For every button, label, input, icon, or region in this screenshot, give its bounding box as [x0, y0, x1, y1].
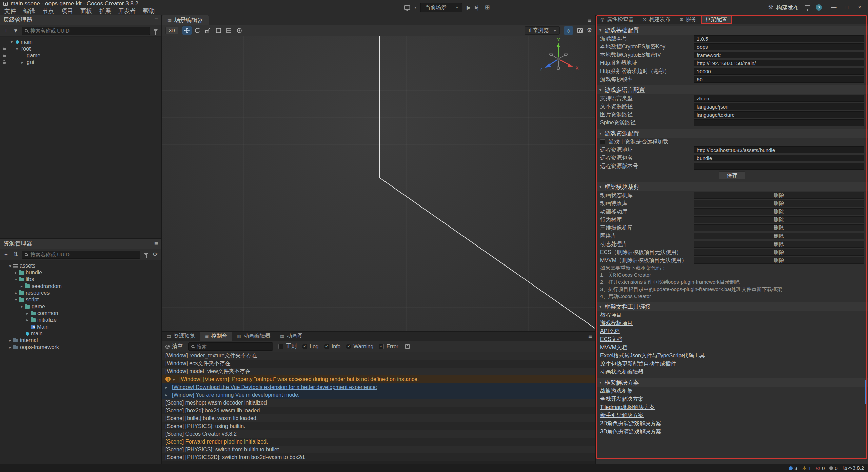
preview-grid-button[interactable]: ⊞	[485, 4, 490, 11]
doc-link[interactable]: 全栈开发解决方案	[600, 396, 644, 403]
scene-light-toggle[interactable]: ☼	[564, 26, 573, 35]
tree-caret-icon[interactable]: ▸	[13, 270, 19, 275]
tree-row[interactable]: ▸initialize	[0, 317, 161, 323]
clear-console-button[interactable]: 清空	[165, 343, 183, 350]
lock-icon[interactable]	[3, 55, 6, 57]
create-node-button[interactable]: +	[3, 27, 9, 35]
status-count-message[interactable]: 3	[789, 465, 797, 471]
doc-link[interactable]: 动画状态机编辑器	[600, 369, 644, 376]
config-input[interactable]	[694, 68, 864, 75]
delete-module-button[interactable]: 删除	[694, 216, 864, 223]
doc-link[interactable]: 战旗游戏框架	[600, 388, 633, 395]
help-icon[interactable]: ?	[816, 4, 822, 11]
doc-link[interactable]: 2D角色扮演游戏解决方案	[600, 420, 661, 427]
inspector-tab[interactable]: ◎属性检查器	[596, 15, 638, 24]
collapse-caret-icon[interactable]: ▾	[599, 87, 601, 92]
console-tab[interactable]: ▤资源预览	[162, 332, 200, 341]
console-filter[interactable]: ✓Info	[324, 343, 341, 350]
device-dropdown-caret-icon[interactable]: ▾	[414, 5, 416, 10]
checkbox-icon[interactable]	[600, 139, 605, 144]
inspector-tab[interactable]: ⚙服务	[675, 15, 701, 24]
menu-item[interactable]: 扩展	[96, 7, 115, 15]
minimize-button[interactable]: —	[827, 0, 840, 15]
tree-caret-icon[interactable]: ▸	[7, 345, 13, 350]
rotate-tool-icon[interactable]	[193, 26, 202, 35]
log-row[interactable]: [Scene] [PHYSICS]: using builtin.	[162, 422, 595, 430]
tree-caret-icon[interactable]: ▸	[7, 338, 13, 343]
tree-row[interactable]: ▾libs	[0, 276, 161, 283]
config-input[interactable]	[694, 103, 864, 110]
doc-link[interactable]: Tiledmap地图解决方案	[600, 404, 655, 411]
sort-assets-icon[interactable]: ⇅	[12, 251, 19, 258]
console-tab[interactable]: ▥动画编辑器	[232, 332, 275, 341]
lock-icon[interactable]	[3, 48, 6, 50]
scrollbar-thumb[interactable]	[865, 380, 867, 404]
section-header[interactable]: ▾游戏多语言配置	[596, 85, 868, 94]
delete-module-button[interactable]: 删除	[694, 257, 864, 264]
section-header[interactable]: ▾框架模块裁剪	[596, 182, 868, 191]
status-count-warning[interactable]: ⚠1	[802, 465, 811, 471]
tree-row[interactable]: ▸seedrandom	[0, 283, 161, 290]
checkbox-icon[interactable]: ✓	[302, 344, 307, 349]
tree-row[interactable]: game	[0, 52, 161, 59]
menu-item[interactable]: 编辑	[20, 7, 39, 15]
play-button[interactable]: ▶	[467, 4, 471, 11]
tree-row[interactable]: ▸bundle	[0, 269, 161, 276]
anchor-tool-icon[interactable]	[224, 26, 234, 35]
log-row[interactable]: [Scene] [box2d]:box2d wasm lib loaded.	[162, 407, 595, 414]
log-row[interactable]: !▸[Window] [Vue warn]: Property "onInput…	[162, 375, 595, 383]
doc-link[interactable]: Excel格式转Json文件与TypeScript代码工具	[600, 352, 705, 359]
console-filter[interactable]: ✓Log	[302, 343, 319, 350]
section-header[interactable]: ▾游戏资源配置	[596, 129, 868, 138]
doc-link[interactable]: 原生包热更新配置自动生成插件	[600, 360, 676, 368]
panel-menu-icon[interactable]: ≡	[154, 17, 158, 23]
log-row[interactable]: [Scene] Cocos Creator v3.8.2	[162, 430, 595, 438]
tree-row[interactable]: ▸common	[0, 310, 161, 317]
camera-preview-icon[interactable]	[577, 28, 583, 33]
menu-item[interactable]: 节点	[39, 7, 58, 15]
hierarchy-search[interactable]	[22, 27, 150, 35]
create-node-caret-icon[interactable]: ▾	[12, 27, 19, 35]
close-button[interactable]: ×	[853, 0, 866, 15]
tree-caret-icon[interactable]: ▸	[25, 318, 30, 322]
tree-caret-icon[interactable]: ▾	[19, 304, 24, 309]
log-row[interactable]: [Scene] meshopt wasm decoder initialized	[162, 399, 595, 407]
doc-link[interactable]: ECS文档	[600, 336, 622, 343]
config-input[interactable]	[694, 155, 864, 161]
log-row[interactable]: [Scene] Forward render pipeline initiali…	[162, 438, 595, 446]
panel-menu-icon[interactable]: ≡	[588, 17, 591, 23]
gear-icon[interactable]: ⚙	[587, 27, 592, 34]
tree-row[interactable]: main	[0, 330, 161, 337]
section-header[interactable]: ▾框架文档工具链接	[596, 302, 868, 311]
tree-caret-icon[interactable]: ▸	[25, 311, 30, 316]
dimension-toggle-button[interactable]: 3D	[165, 27, 178, 34]
tree-row[interactable]: ▸internal	[0, 337, 161, 344]
delete-module-button[interactable]: 删除	[694, 249, 864, 256]
checkbox-icon[interactable]	[278, 344, 283, 349]
expand-arrow-icon[interactable]: ▸	[173, 377, 177, 382]
collapse-caret-icon[interactable]: ▾	[599, 380, 601, 385]
delete-module-button[interactable]: 删除	[694, 241, 864, 248]
assets-search[interactable]	[22, 251, 140, 259]
assets-search-input[interactable]	[30, 252, 137, 257]
filter-icon[interactable]	[144, 253, 148, 256]
doc-link[interactable]: 教程项目	[600, 312, 622, 319]
inspector-tab[interactable]: ⚒构建发布	[638, 15, 675, 24]
console-tab[interactable]: ▦动画图	[275, 332, 308, 341]
remote-load-checkbox-row[interactable]: 游戏中资源是否远程加载	[596, 138, 868, 146]
expand-arrow-icon[interactable]: ▸	[165, 393, 170, 397]
log-row[interactable]: [Scene] [PHYSICS]: switch from builtin t…	[162, 446, 595, 453]
checkbox-icon[interactable]: ✓	[324, 344, 329, 349]
console-search-input[interactable]	[197, 343, 270, 349]
tree-caret-icon[interactable]: ▾	[7, 263, 13, 268]
tree-caret-icon[interactable]: ▾	[14, 46, 20, 51]
config-input[interactable]	[694, 163, 864, 170]
delete-module-button[interactable]: 删除	[694, 233, 864, 239]
delete-module-button[interactable]: 删除	[694, 192, 864, 199]
tree-row[interactable]: ▾assets	[0, 262, 161, 269]
tree-row[interactable]: ▾root	[0, 45, 161, 52]
save-button[interactable]: 保存	[719, 171, 745, 179]
create-asset-button[interactable]: +	[3, 251, 9, 258]
lock-icon[interactable]	[3, 62, 6, 64]
console-filter[interactable]: ✓Warning	[346, 343, 373, 350]
